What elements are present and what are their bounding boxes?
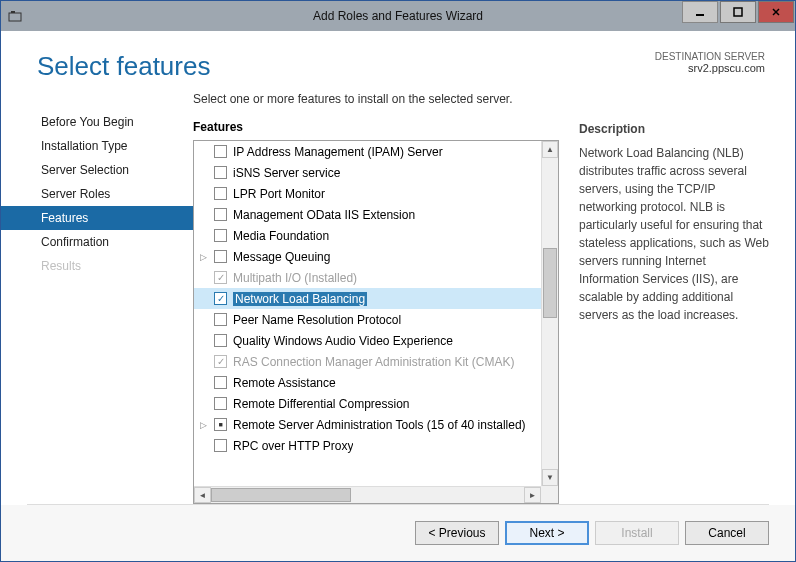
feature-label: RAS Connection Manager Administration Ki… [233, 355, 514, 369]
destination-label: DESTINATION SERVER [655, 51, 765, 62]
svg-rect-0 [9, 13, 21, 21]
app-icon [1, 9, 29, 23]
destination-info: DESTINATION SERVER srv2.ppscu.com [655, 51, 765, 74]
feature-label: Management OData IIS Extension [233, 208, 415, 222]
scroll-left-button[interactable]: ◄ [194, 487, 211, 503]
feature-checkbox[interactable] [214, 187, 227, 200]
feature-row[interactable]: ▷RPC over HTTP Proxy [194, 435, 541, 456]
svg-rect-3 [734, 8, 742, 16]
feature-row[interactable]: ▷Remote Server Administration Tools (15 … [194, 414, 541, 435]
feature-label: LPR Port Monitor [233, 187, 325, 201]
feature-label: IP Address Management (IPAM) Server [233, 145, 443, 159]
cancel-button[interactable]: Cancel [685, 521, 769, 545]
wizard-step-before-you-begin[interactable]: Before You Begin [1, 110, 193, 134]
tree-expander-icon[interactable]: ▷ [200, 420, 212, 430]
svg-rect-1 [11, 11, 15, 13]
columns: Features ▷IP Address Management (IPAM) S… [193, 120, 769, 504]
feature-label: Media Foundation [233, 229, 329, 243]
next-button[interactable]: Next > [505, 521, 589, 545]
feature-label: RPC over HTTP Proxy [233, 439, 353, 453]
feature-checkbox[interactable] [214, 145, 227, 158]
feature-label: Multipath I/O (Installed) [233, 271, 357, 285]
feature-checkbox[interactable] [214, 376, 227, 389]
minimize-button[interactable] [682, 1, 718, 23]
footer-buttons: < Previous Next > Install Cancel [1, 505, 795, 561]
description-heading: Description [579, 120, 769, 138]
maximize-button[interactable] [720, 1, 756, 23]
feature-label: Network Load Balancing [233, 292, 367, 306]
previous-button[interactable]: < Previous [415, 521, 499, 545]
scroll-up-button[interactable]: ▲ [542, 141, 558, 158]
header-row: Select features DESTINATION SERVER srv2.… [1, 31, 795, 92]
hscroll-track[interactable] [211, 487, 524, 503]
vertical-scrollbar[interactable]: ▲ ▼ [541, 141, 558, 486]
vscroll-track[interactable] [542, 158, 558, 469]
main-row: Before You BeginInstallation TypeServer … [1, 92, 795, 504]
window-buttons [681, 1, 795, 31]
feature-label: Remote Server Administration Tools (15 o… [233, 418, 526, 432]
features-heading: Features [193, 120, 559, 134]
feature-label: Remote Assistance [233, 376, 336, 390]
feature-checkbox[interactable] [214, 313, 227, 326]
feature-checkbox[interactable] [214, 292, 227, 305]
destination-value: srv2.ppscu.com [655, 62, 765, 74]
feature-checkbox[interactable] [214, 439, 227, 452]
features-listbox[interactable]: ▷IP Address Management (IPAM) Server▷iSN… [193, 140, 559, 504]
scroll-right-button[interactable]: ► [524, 487, 541, 503]
hscroll-thumb[interactable] [211, 488, 351, 502]
feature-checkbox[interactable] [214, 166, 227, 179]
wizard-step-installation-type[interactable]: Installation Type [1, 134, 193, 158]
feature-row[interactable]: ▷Remote Assistance [194, 372, 541, 393]
tree-expander-icon[interactable]: ▷ [200, 252, 212, 262]
description-text: Network Load Balancing (NLB) distributes… [579, 144, 769, 324]
feature-row[interactable]: ▷Message Queuing [194, 246, 541, 267]
feature-row[interactable]: ▷Peer Name Resolution Protocol [194, 309, 541, 330]
close-button[interactable] [758, 1, 794, 23]
content-area: Select features DESTINATION SERVER srv2.… [1, 31, 795, 561]
wizard-step-server-selection[interactable]: Server Selection [1, 158, 193, 182]
feature-row[interactable]: ▷Multipath I/O (Installed) [194, 267, 541, 288]
feature-checkbox[interactable] [214, 208, 227, 221]
svg-rect-2 [696, 14, 704, 16]
feature-row[interactable]: ▷Media Foundation [194, 225, 541, 246]
feature-label: iSNS Server service [233, 166, 340, 180]
feature-checkbox[interactable] [214, 271, 227, 284]
page-title: Select features [37, 51, 210, 82]
wizard-step-results: Results [1, 254, 193, 278]
description-column: Description Network Load Balancing (NLB)… [579, 120, 769, 504]
feature-checkbox[interactable] [214, 355, 227, 368]
feature-checkbox[interactable] [214, 334, 227, 347]
wizard-step-confirmation[interactable]: Confirmation [1, 230, 193, 254]
features-column: Features ▷IP Address Management (IPAM) S… [193, 120, 559, 504]
feature-row[interactable]: ▷RAS Connection Manager Administration K… [194, 351, 541, 372]
scroll-corner [541, 486, 558, 503]
install-button[interactable]: Install [595, 521, 679, 545]
feature-label: Quality Windows Audio Video Experience [233, 334, 453, 348]
feature-checkbox[interactable] [214, 229, 227, 242]
feature-label: Message Queuing [233, 250, 330, 264]
horizontal-scrollbar[interactable]: ◄ ► [194, 486, 541, 503]
feature-label: Remote Differential Compression [233, 397, 410, 411]
wizard-window: Add Roles and Features Wizard Select fea… [0, 0, 796, 562]
feature-row[interactable]: ▷Network Load Balancing [194, 288, 541, 309]
feature-checkbox[interactable] [214, 418, 227, 431]
feature-row[interactable]: ▷Management OData IIS Extension [194, 204, 541, 225]
window-title: Add Roles and Features Wizard [313, 9, 483, 23]
feature-row[interactable]: ▷Quality Windows Audio Video Experience [194, 330, 541, 351]
wizard-step-features[interactable]: Features [1, 206, 193, 230]
feature-row[interactable]: ▷LPR Port Monitor [194, 183, 541, 204]
instruction-text: Select one or more features to install o… [193, 92, 769, 106]
feature-row[interactable]: ▷Remote Differential Compression [194, 393, 541, 414]
features-list-inner: ▷IP Address Management (IPAM) Server▷iSN… [194, 141, 541, 486]
feature-checkbox[interactable] [214, 250, 227, 263]
scroll-down-button[interactable]: ▼ [542, 469, 558, 486]
vscroll-thumb[interactable] [543, 248, 557, 318]
wizard-step-server-roles[interactable]: Server Roles [1, 182, 193, 206]
feature-row[interactable]: ▷iSNS Server service [194, 162, 541, 183]
feature-checkbox[interactable] [214, 397, 227, 410]
titlebar: Add Roles and Features Wizard [1, 1, 795, 31]
wizard-steps-sidebar: Before You BeginInstallation TypeServer … [1, 92, 193, 504]
feature-row[interactable]: ▷IP Address Management (IPAM) Server [194, 141, 541, 162]
feature-label: Peer Name Resolution Protocol [233, 313, 401, 327]
center-panel: Select one or more features to install o… [193, 92, 769, 504]
